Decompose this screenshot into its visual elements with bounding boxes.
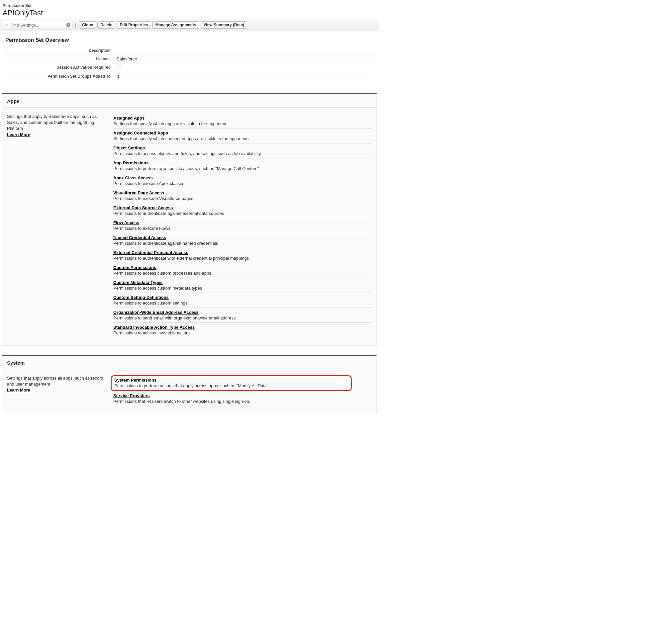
link-desc: Permissions to execute Visualforce pages — [113, 196, 372, 201]
link-desc: Permissions to access custom metadata ty… — [113, 286, 372, 291]
link-item: Flow AccessPermissions to execute Flows — [113, 218, 372, 233]
system-learn-more-link[interactable]: Learn More — [7, 388, 30, 392]
search-input[interactable] — [9, 23, 66, 28]
overview-row-description: Description — [5, 47, 373, 55]
apps-intro-text: Settings that apply to Salesforce apps, … — [7, 114, 97, 131]
link-title[interactable]: Assigned Connected Apps — [113, 130, 168, 136]
link-item: Object SettingsPermissions to access obj… — [113, 144, 372, 158]
session-checkbox — [117, 65, 121, 69]
link-title[interactable]: Custom Permissions — [113, 265, 156, 270]
link-item: Assigned AppsSettings that specify which… — [113, 114, 372, 128]
link-item: Named Credential AccessPermissions to au… — [113, 233, 372, 248]
description-label: Description — [5, 48, 117, 53]
system-section-head: System — [2, 356, 376, 369]
link-title[interactable]: External Credential Principal Access — [113, 250, 188, 255]
license-value: Salesforce — [117, 56, 137, 61]
overview-row-license: License Salesforce — [5, 55, 373, 63]
manage-assignments-button[interactable]: Manage Assignments — [152, 21, 199, 29]
link-item: External Data Source AccessPermissions t… — [113, 203, 372, 218]
link-desc: Permissions to access custom settings — [113, 300, 372, 305]
session-value — [117, 65, 121, 70]
link-item: Organization-Wide Email Address AccessPe… — [113, 308, 372, 323]
link-title[interactable]: Standard Invocable Action Type Access — [113, 325, 195, 330]
link-title[interactable]: Custom Setting Definitions — [113, 295, 169, 300]
link-item: Custom Metadata TypesPermissions to acce… — [113, 278, 372, 293]
license-label: License — [5, 56, 117, 61]
link-title[interactable]: Flow Access — [113, 220, 139, 225]
overview-panel: Permission Set Overview Description Lice… — [0, 31, 379, 84]
link-title[interactable]: App Permissions — [113, 160, 148, 166]
link-title[interactable]: External Data Source Access — [113, 205, 173, 210]
overview-row-session: Session Activation Required — [5, 63, 373, 72]
link-title[interactable]: Apex Class Access — [113, 175, 153, 180]
link-item: Standard Invocable Action Type AccessPer… — [113, 323, 372, 337]
session-label: Session Activation Required — [5, 65, 117, 70]
toolbar-separator: | — [74, 22, 78, 28]
link-title[interactable]: Organization-Wide Email Address Access — [113, 310, 199, 315]
clear-search-icon[interactable]: ✕ — [66, 23, 70, 27]
groups-label: Permission Set Groups Added To — [5, 74, 117, 79]
apps-section-body: Settings that apply to Salesforce apps, … — [2, 108, 376, 345]
link-item: Apex Class AccessPermissions to execute … — [113, 173, 372, 188]
link-title[interactable]: Service Providers — [113, 393, 150, 398]
groups-value: 0 — [117, 74, 119, 79]
link-desc: Permissions to access objects and fields… — [113, 151, 372, 156]
system-link-list: System PermissionsPermissions to perform… — [113, 375, 372, 406]
link-desc: Permissions to access custom processes a… — [113, 271, 372, 276]
link-title[interactable]: Named Credential Access — [113, 235, 166, 240]
system-heading: System — [7, 360, 372, 366]
apps-link-list: Assigned AppsSettings that specify which… — [113, 114, 372, 337]
page-title: APIOnlyTest — [3, 9, 376, 17]
apps-section: Apps Settings that apply to Salesforce a… — [2, 93, 377, 346]
link-item: Custom PermissionsPermissions to access … — [113, 263, 372, 278]
link-title[interactable]: Object Settings — [113, 145, 145, 150]
link-title[interactable]: Assigned Apps — [113, 116, 145, 121]
link-item: Visualforce Page AccessPermissions to ex… — [113, 188, 372, 203]
delete-button[interactable]: Delete — [97, 21, 115, 29]
link-title[interactable]: System Permissions — [114, 378, 156, 383]
link-title[interactable]: Custom Metadata Types — [113, 280, 163, 285]
link-item: System PermissionsPermissions to perform… — [111, 375, 352, 391]
link-desc: Permissions to execute Apex classes — [113, 181, 372, 186]
apps-learn-more-link[interactable]: Learn More — [7, 132, 30, 137]
system-section-body: Settings that apply across all apps, suc… — [2, 369, 376, 414]
system-intro: Settings that apply across all apps, suc… — [7, 375, 107, 406]
link-desc: Permissions to access invocable actions — [113, 330, 372, 335]
search-icon — [5, 23, 9, 27]
link-desc: Permissions to authenticate against name… — [113, 241, 372, 246]
apps-heading: Apps — [7, 98, 372, 104]
link-desc: Permissions that let users switch to oth… — [113, 399, 372, 404]
link-item: Assigned Connected AppsSettings that spe… — [113, 128, 372, 144]
edit-properties-button[interactable]: Edit Properties — [117, 21, 151, 29]
toolbar: ✕ | Clone Delete Edit Properties Manage … — [0, 19, 379, 31]
clone-button[interactable]: Clone — [79, 21, 96, 29]
view-summary-button[interactable]: View Summary (Beta) — [201, 21, 247, 29]
link-desc: Permissions to send email with organizat… — [113, 316, 372, 321]
system-section: System Settings that apply across all ap… — [2, 355, 377, 414]
link-desc: Permissions to authenticate against exte… — [113, 211, 372, 216]
link-desc: Settings that specify which apps are vis… — [113, 121, 372, 126]
link-item: App PermissionsPermissions to perform ap… — [113, 158, 372, 173]
link-title[interactable]: Visualforce Page Access — [113, 190, 164, 195]
link-desc: Permissions to execute Flows — [113, 226, 372, 231]
apps-intro: Settings that apply to Salesforce apps, … — [7, 114, 107, 337]
search-input-wrap[interactable]: ✕ — [3, 21, 72, 29]
system-intro-text: Settings that apply across all apps, suc… — [7, 376, 103, 387]
link-desc: Permissions to authenticate with externa… — [113, 256, 372, 261]
page-header: Permission Set APIOnlyTest — [0, 0, 379, 19]
apps-section-head: Apps — [2, 94, 376, 108]
link-item: External Credential Principal AccessPerm… — [113, 248, 372, 263]
link-desc: Permissions to perform actions that appl… — [114, 383, 348, 388]
link-desc: Permissions to perform app-specific acti… — [113, 166, 372, 171]
overview-heading: Permission Set Overview — [5, 37, 373, 43]
link-item: Service ProvidersPermissions that let us… — [113, 391, 372, 406]
link-item: Custom Setting DefinitionsPermissions to… — [113, 293, 372, 308]
link-desc: Settings that specify which connected ap… — [113, 136, 372, 141]
overview-row-groups: Permission Set Groups Added To 0 — [5, 72, 373, 81]
record-type-label: Permission Set — [3, 3, 376, 8]
